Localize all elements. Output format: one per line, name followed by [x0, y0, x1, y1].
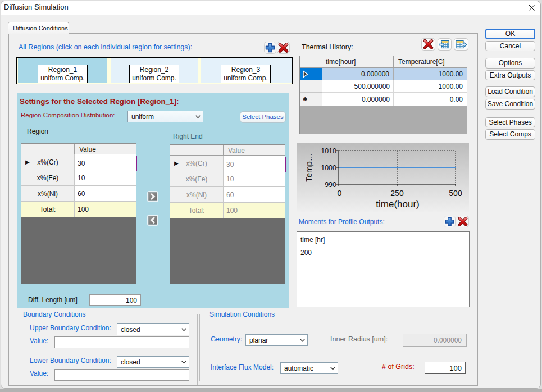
svg-text:time(hour): time(hour): [376, 199, 419, 209]
svg-text:1000: 1000: [321, 164, 336, 172]
svg-text:0: 0: [338, 189, 342, 198]
svg-text:1010: 1010: [321, 147, 336, 155]
svg-text:Temp…: Temp…: [304, 153, 313, 182]
svg-text:990: 990: [325, 181, 336, 189]
svg-text:500: 500: [449, 189, 462, 198]
svg-text:250: 250: [390, 189, 404, 198]
